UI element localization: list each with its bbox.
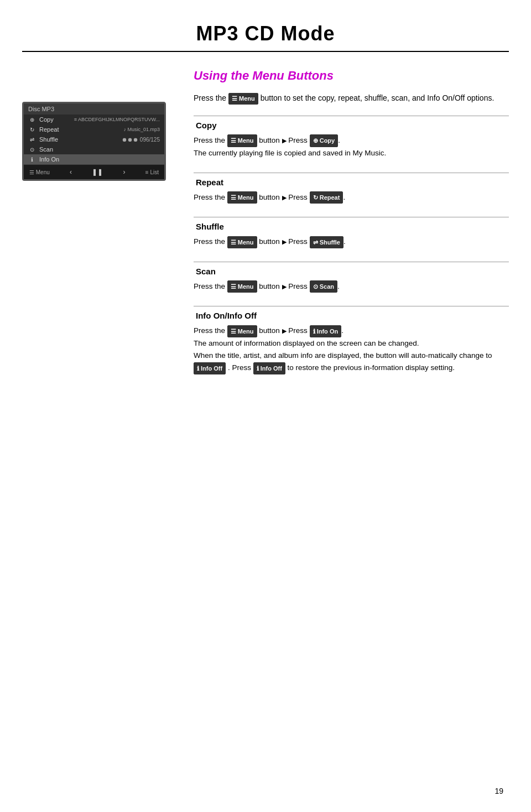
shuffle-heading: Shuffle [194, 221, 509, 232]
shuffle-menu-btn: ☰ Menu [227, 236, 257, 248]
copy-track: ≡ ABCDEFGHIJKLMNOPQRSTUVW... [74, 117, 160, 122]
intro-text: Press the ☰ Menu button to set the copy,… [194, 92, 509, 105]
shuffle-body: Press the ☰ Menu button ▶ Press ⇌ Shuffl… [194, 236, 509, 248]
repeat-btn: ↻ Repeat [310, 191, 343, 204]
right-panel: Using the Menu Buttons Press the ☰ Menu … [194, 69, 509, 388]
shuffle-btn: ⇌ Shuffle [310, 236, 343, 248]
repeat-menu-btn: ☰ Menu [227, 191, 257, 204]
screen-row-copy: ⊕ Copy ≡ ABCDEFGHIJKLMNOPQRSTUVW... [24, 114, 164, 124]
shuffle-icon: ⇌ [28, 137, 36, 143]
screen-header-text: Disc MP3 [28, 106, 54, 112]
screen-row-repeat: ↻ Repeat ♪ Music_01.mp3 [24, 124, 164, 134]
scan-heading: Scan [194, 266, 509, 277]
section-scan: Scan Press the ☰ Menu button ▶ Press ⊙ S… [194, 262, 509, 293]
scan-divider [194, 262, 509, 262]
repeat-track: ♪ Music_01.mp3 [123, 127, 160, 132]
ctrl-prev: ‹ [70, 168, 72, 176]
repeat-label: Repeat [39, 126, 120, 133]
info-heading: Info On/Info Off [194, 310, 509, 321]
scan-body: Press the ☰ Menu button ▶ Press ⊙ Scan. [194, 280, 509, 293]
repeat-heading: Repeat [194, 176, 509, 188]
device-screen: Disc MP3 ⊕ Copy ≡ ABCDEFGHIJKLMNOPQRSTUV… [22, 102, 166, 181]
ctrl-play: ❚❚ [92, 168, 103, 176]
ctrl-list: ≡ List [145, 169, 159, 175]
shuffle-label: Shuffle [39, 136, 118, 143]
copy-label: Copy [39, 116, 71, 123]
page-number: 19 [494, 787, 503, 795]
intro-menu-btn: ☰ Menu [228, 93, 258, 105]
copy-menu-btn: ☰ Menu [227, 134, 257, 147]
info-label: Info On [39, 156, 160, 163]
info-off-btn1: ℹ Info Off [194, 362, 226, 374]
ctrl-next: › [123, 168, 126, 176]
screen-header: Disc MP3 [24, 103, 164, 114]
info-body: Press the ☰ Menu button ▶ Press ℹ Info O… [194, 325, 509, 374]
title-divider [22, 51, 509, 52]
info-icon: ℹ [28, 157, 36, 163]
info-divider [194, 306, 509, 306]
screen-row-info: ℹ Info On [24, 154, 164, 164]
scan-label: Scan [39, 146, 160, 153]
info-menu-btn: ☰ Menu [227, 325, 257, 337]
screen-row-shuffle: ⇌ Shuffle ⏺⏺⏺ 096/125 [24, 134, 164, 144]
repeat-divider [194, 173, 509, 173]
screen-row-scan: ⊙ Scan [24, 144, 164, 154]
section-info: Info On/Info Off Press the ☰ Menu button… [194, 306, 509, 374]
section-main-title: Using the Menu Buttons [194, 69, 509, 83]
info-on-btn: ℹ Info On [310, 325, 342, 337]
screen-controls: ☰ Menu ‹ ❚❚ › ≡ List [24, 164, 164, 179]
ctrl-menu: ☰ Menu [29, 169, 50, 175]
info-off-btn2: ℹ Info Off [253, 362, 285, 374]
left-panel: Disc MP3 ⊕ Copy ≡ ABCDEFGHIJKLMNOPQRSTUV… [22, 69, 177, 388]
section-repeat: Repeat Press the ☰ Menu button ▶ Press ↻… [194, 173, 509, 204]
scan-menu-btn: ☰ Menu [227, 280, 257, 293]
copy-divider [194, 116, 509, 116]
repeat-body: Press the ☰ Menu button ▶ Press ↻ Repeat… [194, 191, 509, 204]
section-copy: Copy Press the ☰ Menu button ▶ Press ⊕ C… [194, 116, 509, 159]
shuffle-divider [194, 217, 509, 217]
copy-heading: Copy [194, 119, 509, 131]
shuffle-value: ⏺⏺⏺ 096/125 [122, 137, 160, 143]
scan-btn: ⊙ Scan [310, 280, 337, 293]
copy-btn: ⊕ Copy [310, 134, 339, 147]
section-shuffle: Shuffle Press the ☰ Menu button ▶ Press … [194, 217, 509, 248]
content-area: Disc MP3 ⊕ Copy ≡ ABCDEFGHIJKLMNOPQRSTUV… [0, 69, 531, 388]
copy-body: Press the ☰ Menu button ▶ Press ⊕ Copy. … [194, 134, 509, 159]
repeat-icon: ↻ [28, 127, 36, 133]
copy-icon: ⊕ [28, 117, 36, 123]
scan-icon: ⊙ [28, 147, 36, 153]
page-title: MP3 CD Mode [0, 0, 531, 51]
